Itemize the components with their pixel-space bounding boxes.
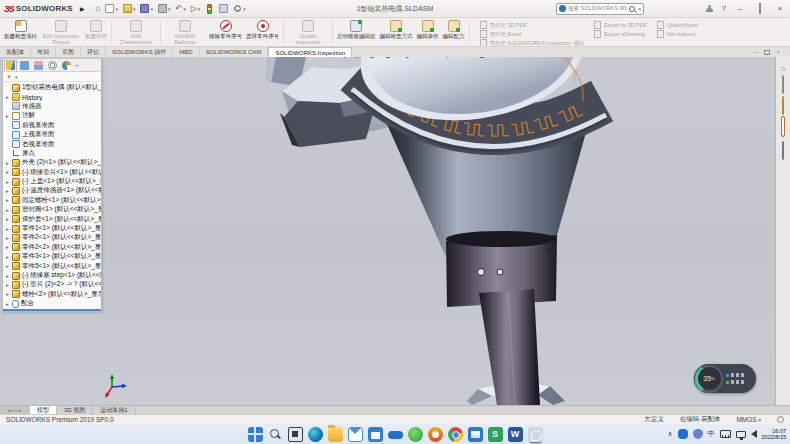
tree-item[interactable]: ▸ 密封圈<1> (默认<<默认>_显示状	[3, 205, 101, 214]
doc-tab-2[interactable]: 运动算例1	[93, 406, 135, 414]
zoom-to-area-button[interactable]	[334, 57, 347, 60]
tree-item[interactable]: 传感器	[3, 102, 101, 111]
expand-arrow-icon[interactable]: ▸	[5, 235, 10, 241]
tree-item[interactable]: ▸ 零件3<1> (默认<<默认>_显示状	[3, 252, 101, 261]
doc-minimize-icon[interactable]: —	[752, 49, 758, 55]
taskbar-clock[interactable]: 16:07 2022/8/15	[762, 428, 786, 441]
export-button[interactable]: Net-Inspect	[657, 30, 697, 38]
display-tray-icon[interactable]	[736, 431, 746, 438]
doc-restore-icon[interactable]	[764, 50, 770, 55]
taskbar-chrome-icon[interactable]	[448, 427, 463, 442]
filter-caret-icon[interactable]: ▾	[15, 74, 18, 80]
search-caret-icon[interactable]: ▾	[638, 6, 641, 12]
ribbon-button-edit-inspection-project[interactable]: Edit Inspection Project	[39, 19, 83, 46]
rebuild-button[interactable]	[203, 3, 216, 15]
expand-arrow-icon[interactable]: ▸	[5, 169, 10, 175]
design-library-tab[interactable]	[782, 76, 784, 94]
ime-language-indicator[interactable]: 中	[708, 429, 715, 439]
graphics-viewport[interactable]: ▾ ▾ ▾ ▾ ▾ ‹› ▼ ▾ 1型铠装热电偶 (默认<默认_显示状态-1>)…	[0, 57, 790, 405]
expand-arrow-icon[interactable]: ▸	[5, 197, 10, 203]
taskbar-app-blue-book-icon[interactable]	[468, 427, 483, 442]
tree-item[interactable]: ▸ (-) 上盖<1> (默认<<默认>_显示状	[3, 177, 101, 186]
view-palette-tab[interactable]	[782, 118, 784, 136]
ribbon-button-edit-inspection-methods[interactable]: 编辑检查方式	[378, 19, 415, 46]
ribbon-tab-1[interactable]: 布局	[31, 47, 56, 57]
taskbar-app-orange-icon[interactable]	[428, 427, 443, 442]
tree-item[interactable]: ▸ 固定螺栓<1> (默认<<默认>_显示	[3, 196, 101, 205]
ribbon-tab-5[interactable]: MBD	[173, 47, 199, 57]
search-icon[interactable]	[629, 6, 635, 12]
doc-tab-1[interactable]: 3D 视图	[57, 406, 93, 414]
help-button[interactable]: ?	[722, 4, 726, 13]
tree-item[interactable]: 前视基准面	[3, 121, 101, 130]
close-button[interactable]: ×	[774, 4, 786, 13]
custom-properties-tab[interactable]	[782, 142, 784, 160]
taskbar-edge-icon[interactable]	[308, 427, 323, 442]
expand-arrow-icon[interactable]: ▸	[5, 207, 10, 213]
expand-arrow-icon[interactable]: ▸	[5, 282, 10, 288]
undo-button[interactable]: ↶▾	[173, 4, 187, 14]
select-button[interactable]: ▷▾	[189, 4, 203, 14]
search-input[interactable]: 搜索 SOLIDWORKS 帮助 ▾	[556, 3, 644, 15]
tree-item[interactable]: ▸ 零件5<1> (默认<<默认>_显示状	[3, 261, 101, 270]
ribbon-button-new-snapshot[interactable]: 新建快照	[83, 19, 109, 46]
open-file-button[interactable]: ▾	[121, 3, 138, 14]
tree-item[interactable]: ▸ (-) 温度传感器<1> (默认<<默认>_	[3, 186, 101, 195]
ribbon-button-select-balloons[interactable]: 选择零件序号	[244, 19, 281, 46]
expand-arrow-icon[interactable]: ▸	[5, 113, 10, 119]
ribbon-tab-2[interactable]: 草图	[56, 47, 81, 57]
expand-arrow-icon[interactable]: ▸	[5, 94, 10, 100]
expand-arrow-icon[interactable]: ▸	[5, 291, 10, 297]
ribbon-tab-4[interactable]: SOLIDWORKS 插件	[106, 47, 173, 57]
solidworks-resources-tab[interactable]: ⌂	[778, 63, 788, 73]
menu-expand-icon[interactable]: ▶	[80, 5, 85, 12]
tree-item[interactable]: 右视基准面	[3, 139, 101, 148]
panel-tab-propertymanager[interactable]	[18, 60, 31, 71]
ribbon-button-add-characteristic[interactable]: Add Characteristic	[114, 19, 158, 46]
tree-item[interactable]: ▸ 保护套<1> (默认<<默认>_显示状	[3, 214, 101, 223]
tree-item[interactable]: ▸ (-) 绝缘塞.step<1> (默认<<默认>	[3, 271, 101, 280]
tree-item[interactable]: ▸ 外壳 (2)<1> (默认<<默认>_显示状态	[3, 158, 101, 167]
expand-arrow-icon[interactable]: ▸	[5, 273, 10, 279]
new-file-button[interactable]: ▾	[103, 3, 120, 14]
hide-show-items-button[interactable]: ▾	[421, 57, 438, 60]
edit-appearance-button[interactable]	[441, 57, 454, 60]
speaker-icon[interactable]	[751, 430, 757, 438]
doc-tab-0[interactable]: 模型	[30, 406, 57, 414]
tree-item[interactable]: ▸ 配合	[3, 299, 101, 308]
3d-model-thermocouple[interactable]	[0, 57, 790, 405]
ribbon-button-edit-recipe[interactable]: 编辑配方	[441, 19, 467, 46]
expand-arrow-icon[interactable]: ▸	[5, 160, 10, 166]
tree-item[interactable]: ▸ 注解	[3, 111, 101, 120]
taskbar-start-icon[interactable]	[248, 427, 263, 442]
print-button[interactable]: ▾	[156, 3, 173, 14]
expand-arrow-icon[interactable]: ▸	[5, 226, 10, 232]
display-style-button[interactable]: ▾	[402, 57, 419, 60]
doc-close-icon[interactable]: ×	[776, 49, 780, 55]
panel-tab-displaymanager[interactable]	[60, 60, 73, 71]
taskbar-word-icon[interactable]: W	[508, 427, 523, 442]
expand-arrow-icon[interactable]: ▸	[5, 179, 10, 185]
home-button[interactable]: ⌂	[94, 4, 103, 14]
ribbon-tab-0[interactable]: 装配体	[0, 47, 31, 57]
zoom-to-fit-button[interactable]	[318, 57, 331, 60]
zoom-level-knob[interactable]: 35%	[698, 367, 721, 390]
ribbon-tab-7[interactable]: SOLIDWORKS Inspection	[268, 47, 352, 57]
touch-keyboard-icon[interactable]	[720, 430, 731, 438]
user-account-icon[interactable]	[706, 5, 714, 13]
minimize-button[interactable]: –	[734, 4, 746, 13]
view-orientation-button[interactable]: ▾	[382, 57, 399, 60]
taskbar-store-icon[interactable]	[368, 427, 383, 442]
export-button[interactable]: Export eDrawing	[594, 30, 647, 38]
save-button[interactable]: ▾	[138, 3, 155, 14]
section-view-button[interactable]	[366, 57, 379, 60]
file-explorer-tab[interactable]	[782, 97, 784, 115]
taskbar-app-green-icon[interactable]	[408, 427, 423, 442]
ribbon-button-edit-operations[interactable]: 编辑操作	[415, 19, 441, 46]
ribbon-tab-3[interactable]: 评估	[81, 47, 106, 57]
taskbar-mail-icon[interactable]	[348, 427, 363, 442]
tree-item[interactable]: ▸ 零件2<2> (默认<<默认>_显示状	[3, 243, 101, 252]
tree-root-item[interactable]: 1型铠装热电偶 (默认<默认_显示状态-1>)	[3, 83, 101, 92]
tray-security-shield-icon[interactable]	[693, 429, 703, 439]
panel-tab-configurationmanager[interactable]	[32, 60, 45, 71]
